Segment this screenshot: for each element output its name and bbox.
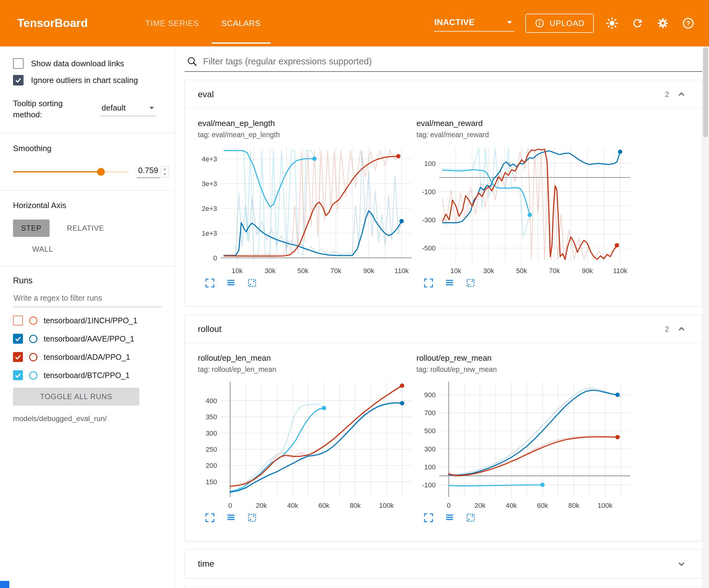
run-checkbox[interactable] <box>13 315 23 326</box>
svg-text:300: 300 <box>206 430 217 437</box>
line-chart[interactable]: 020k40k60k80k100k-100100300500700900 <box>416 378 633 511</box>
search-icon <box>186 56 198 67</box>
ignore-outliers-checkbox[interactable] <box>13 75 24 85</box>
stepper-up-icon[interactable] <box>161 167 168 172</box>
run-color-circle[interactable] <box>29 316 37 325</box>
line-chart[interactable]: 020k40k60k80k100k150200250300350400 <box>198 378 415 511</box>
fullscreen-icon[interactable] <box>205 512 215 523</box>
run-color-circle[interactable] <box>29 335 37 343</box>
data-table-icon[interactable] <box>226 512 236 523</box>
section-eval-header[interactable]: eval 2 <box>185 80 702 109</box>
caret-down-icon <box>149 106 154 110</box>
brightness-toggle-button[interactable] <box>605 16 619 30</box>
axis-step-button[interactable]: STEP <box>13 220 50 237</box>
axis-relative-button[interactable]: RELATIVE <box>59 220 112 237</box>
data-table-icon[interactable] <box>444 512 455 523</box>
smoothing-slider[interactable] <box>13 171 129 173</box>
dashboard: eval 2 eval/mean_ep_length tag: eval/mea… <box>175 47 709 588</box>
axis-wall-button[interactable]: WALL <box>24 240 61 258</box>
section-rollout-header[interactable]: rollout 2 <box>185 315 702 343</box>
settings-button[interactable] <box>656 16 670 30</box>
section-title: rollout <box>198 324 221 334</box>
app-header: TensorBoard TIME SERIES SCALARS INACTIVE… <box>0 0 709 47</box>
svg-text:2e+3: 2e+3 <box>202 205 217 212</box>
svg-text:1e+3: 1e+3 <box>202 229 217 237</box>
svg-text:60k: 60k <box>318 502 330 509</box>
chart-tag: tag: eval/mean_reward <box>416 131 635 139</box>
run-color-circle[interactable] <box>29 353 37 361</box>
section-eval: eval 2 eval/mean_ep_length tag: eval/mea… <box>185 80 702 307</box>
fit-domain-icon[interactable] <box>247 512 257 523</box>
run-label: tensorboard/BTC/PPO_1 <box>44 371 130 380</box>
runs-filter-input[interactable] <box>13 290 161 307</box>
data-table-icon[interactable] <box>444 278 455 288</box>
fullscreen-icon[interactable] <box>205 278 215 288</box>
status-dropdown[interactable]: INACTIVE <box>434 15 514 32</box>
ignore-outliers-label: Ignore outliers in chart scaling <box>31 76 138 85</box>
svg-text:10k: 10k <box>232 267 243 275</box>
fit-domain-icon[interactable] <box>465 512 476 523</box>
tab-time-series[interactable]: TIME SERIES <box>134 0 211 47</box>
section-rollout: rollout 2 rollout/ep_len_mean tag: rollo… <box>185 314 702 541</box>
chart-title: eval/mean_reward <box>416 119 635 128</box>
fit-domain-icon[interactable] <box>247 278 257 288</box>
svg-text:70k: 70k <box>549 267 560 275</box>
tooltip-sorting-select[interactable]: default <box>100 102 156 116</box>
fit-domain-icon[interactable] <box>465 278 476 288</box>
svg-text:400: 400 <box>206 397 217 405</box>
chevron-down-icon[interactable] <box>677 559 686 569</box>
run-checkbox[interactable] <box>13 352 23 362</box>
help-button[interactable]: ? <box>681 16 695 30</box>
run-label: tensorboard/1INCH/PPO_1 <box>44 316 137 325</box>
smoothing-slider-handle[interactable] <box>97 168 105 176</box>
smoothing-stepper[interactable] <box>161 166 169 177</box>
toggle-all-runs-button[interactable]: TOGGLE ALL RUNS <box>13 388 139 406</box>
line-chart[interactable]: 10k30k50k70k90k110k100-100-300-500 <box>416 143 633 277</box>
chart-title: rollout/ep_len_mean <box>198 353 416 363</box>
line-chart[interactable]: 10k30k50k70k90k110k01e+32e+33e+34e+3 <box>198 143 415 277</box>
svg-text:10k: 10k <box>450 267 461 275</box>
chart-card: rollout/ep_rew_mean tag: rollout/ep_rew_… <box>416 353 635 523</box>
svg-text:20k: 20k <box>256 502 267 509</box>
scrollbar-thumb[interactable] <box>703 47 708 137</box>
svg-text:0: 0 <box>447 502 450 509</box>
fullscreen-icon[interactable] <box>423 278 434 288</box>
refresh-button[interactable] <box>630 16 645 30</box>
chart-card: eval/mean_reward tag: eval/mean_reward 1… <box>416 119 635 288</box>
smoothing-value[interactable]: 0.759 <box>137 165 160 178</box>
svg-text:40k: 40k <box>287 502 298 509</box>
stepper-down-icon[interactable] <box>161 172 168 177</box>
svg-text:90k: 90k <box>582 267 593 275</box>
run-row[interactable]: tensorboard/AAVE/PPO_1 <box>13 330 169 348</box>
smoothing-label: Smoothing <box>13 144 169 153</box>
show-download-links-checkbox[interactable] <box>13 58 24 69</box>
upload-button[interactable]: UPLOAD <box>525 14 594 33</box>
horizontal-axis-label: Horizontal Axis <box>13 201 169 210</box>
svg-text:20k: 20k <box>475 502 486 509</box>
fullscreen-icon[interactable] <box>423 512 434 523</box>
svg-text:110k: 110k <box>394 267 409 275</box>
run-checkbox[interactable] <box>13 334 23 344</box>
run-checkbox[interactable] <box>13 370 23 380</box>
chart-tag: tag: eval/mean_ep_length <box>198 131 416 139</box>
tag-filter-input[interactable] <box>203 56 701 67</box>
svg-text:-100: -100 <box>422 481 436 489</box>
chart-tag: tag: rollout/ep_len_mean <box>198 365 416 374</box>
vertical-scrollbar[interactable] <box>702 47 709 588</box>
section-time-header[interactable]: time <box>185 549 702 578</box>
svg-text:-100: -100 <box>422 188 436 196</box>
corner-accent <box>0 581 9 588</box>
svg-text:50k: 50k <box>297 267 309 275</box>
sun-icon <box>606 17 618 29</box>
svg-text:30k: 30k <box>265 267 276 275</box>
run-row[interactable]: tensorboard/BTC/PPO_1 <box>13 366 169 385</box>
chevron-up-icon[interactable] <box>677 90 686 99</box>
refresh-icon <box>631 17 644 29</box>
chart-title: eval/mean_ep_length <box>198 119 416 128</box>
tab-scalars[interactable]: SCALARS <box>210 0 272 47</box>
run-color-circle[interactable] <box>29 371 37 380</box>
run-row[interactable]: tensorboard/ADA/PPO_1 <box>13 348 169 366</box>
data-table-icon[interactable] <box>226 278 236 288</box>
chevron-up-icon[interactable] <box>677 324 686 334</box>
run-row[interactable]: tensorboard/1INCH/PPO_1 <box>13 311 169 330</box>
